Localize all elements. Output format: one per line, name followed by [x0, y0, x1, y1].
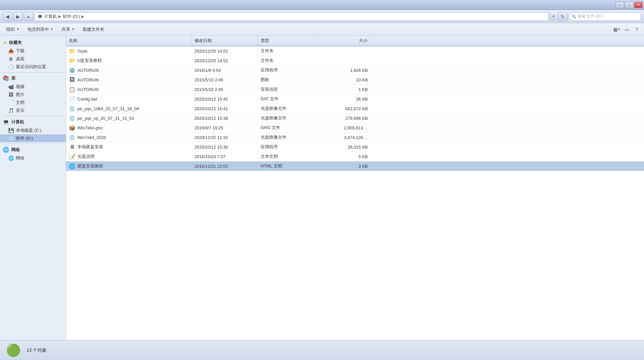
c-drive-label: 本地磁盘 (C:) [16, 127, 41, 133]
titlebar: ─ □ ✕ [0, 0, 644, 10]
path-dropdown-button[interactable]: ▼ [550, 12, 557, 21]
file-size-cell: 10 KB [318, 76, 370, 84]
c-drive-icon: 💾 [8, 127, 14, 133]
sidebar-item-picture[interactable]: 🖼 图片 [0, 91, 66, 99]
file-name-cell: 💿 pe_yqs_xp_20_07_31_15_53 [66, 113, 192, 123]
table-row[interactable]: 📁 U盘安装教程 2020/12/25 14:52 文件夹 [66, 56, 644, 66]
new-folder-button[interactable]: 新建文件夹 [79, 24, 108, 34]
path-drive[interactable]: 软件 (D:) [63, 14, 80, 20]
network-item-icon: 🌐 [8, 155, 14, 161]
help-button[interactable]: ? [632, 25, 641, 34]
filelist-header: 名称 修改日期 类型 大小 [66, 36, 644, 46]
refresh-button[interactable]: ↻ [558, 12, 567, 21]
file-name-cell: 💿 pe_yqs_1064_20_07_31_16_04 [66, 104, 192, 113]
file-size-cell: 28,315 KB [318, 143, 370, 151]
close-button[interactable]: ✕ [634, 2, 643, 8]
table-row[interactable]: 💿 pe_yqs_1064_20_07_31_16_04 2020/10/12 … [66, 104, 644, 113]
file-icon: 📋 [69, 86, 75, 93]
file-type-cell: 光盘映像文件 [258, 104, 318, 113]
forward-button[interactable]: ▶ [13, 12, 22, 21]
preview-pane-button[interactable]: ▭ [622, 25, 631, 34]
sidebar-section-favorites: ★ 收藏夹 📥 下载 🖥 桌面 🕒 最近访问的位置 [0, 38, 66, 71]
sidebar-section-library: 📚 库 📹 视频 🖼 图片 📄 文档 🎵 音乐 [0, 74, 66, 114]
file-name: pe_yqs_1064_20_07_31_16_04 [77, 106, 139, 111]
computer-icon: 💻 [3, 119, 9, 125]
file-icon: 📄 [69, 96, 75, 102]
file-name: pe_yqs_xp_20_07_31_15_53 [77, 116, 134, 121]
star-icon: ★ [3, 40, 7, 45]
sidebar-item-d-drive[interactable]: 💿 软件 (D:) [0, 134, 66, 142]
col-header-date[interactable]: 修改日期 [192, 36, 258, 46]
share-arrow: ▼ [71, 27, 75, 31]
file-name: AUTORUN [77, 68, 99, 73]
sidebar-library-header[interactable]: 📚 库 [0, 74, 66, 83]
preview-icon: ▭ [625, 27, 629, 32]
include-library-button[interactable]: 包含到库中 ▼ [24, 24, 57, 34]
col-header-size[interactable]: 大小 [318, 36, 370, 46]
file-size-cell: 652,072 KB [318, 105, 370, 112]
table-row[interactable]: 🖥 本地硬盘安装 2020/10/12 15:30 应用程序 28,315 KB [66, 142, 644, 152]
sidebar-network-header[interactable]: 🌐 网络 [0, 145, 66, 154]
minimize-button[interactable]: ─ [616, 2, 624, 8]
col-header-name[interactable]: 名称 [66, 36, 192, 46]
file-icon: ⚙️ [69, 67, 75, 73]
table-row[interactable]: 📄 Config.dat 2020/10/12 15:42 DAT 文件 36 … [66, 94, 644, 104]
file-name-cell: 📁 Tools [66, 46, 192, 56]
sidebar-computer-header[interactable]: 💻 计算机 [0, 117, 66, 126]
file-date-cell: 2020/10/12 15:30 [192, 143, 258, 151]
table-row[interactable]: 📦 Win7x64.gho 2019/9/7 19:25 GHO 文件 2,90… [66, 123, 644, 133]
sidebar-divider-3 [3, 144, 63, 144]
sidebar-item-recent[interactable]: 🕒 最近访问的位置 [0, 63, 66, 71]
maximize-button[interactable]: □ [625, 2, 633, 8]
file-type-cell: 文本文档 [258, 152, 318, 161]
file-type-cell: DAT 文件 [258, 95, 318, 103]
table-row[interactable]: 💿 pe_yqs_xp_20_07_31_15_53 2020/10/12 15… [66, 113, 644, 123]
file-name-cell: 🖥 本地硬盘安装 [66, 142, 192, 152]
sidebar-item-video[interactable]: 📹 视频 [0, 83, 66, 91]
table-row[interactable]: 📋 AUTORUN 2015/5/10 2:45 安装信息 1 KB [66, 85, 644, 94]
table-row[interactable]: 🖼 AUTORUN 2015/5/10 2:45 图标 10 KB [66, 75, 644, 85]
network-label: 网络 [11, 147, 20, 153]
file-name-cell: 💿 Win7x64_2020 [66, 133, 192, 142]
view-arrow: ▼ [618, 27, 621, 31]
sidebar-favorites-header[interactable]: ★ 收藏夹 [0, 38, 66, 47]
file-name-cell: 📁 U盘安装教程 [66, 56, 192, 65]
search-icon: 🔍 [572, 14, 577, 19]
sidebar-item-network[interactable]: 🌐 网络 [0, 154, 66, 162]
sidebar-item-desktop[interactable]: 🖥 桌面 [0, 55, 66, 63]
path-computer[interactable]: 计算机 [44, 14, 57, 20]
table-row[interactable]: ⚙️ AUTORUN 2016/1/8 4:54 应用程序 1,926 KB [66, 66, 644, 75]
table-row[interactable]: 📝 光盘说明 2016/10/23 7:07 文本文档 5 KB [66, 152, 644, 161]
address-path[interactable]: 💻 计算机 ▶ 软件 (D:) ▶ [34, 12, 549, 21]
organize-button[interactable]: 组织 ▼ [3, 24, 23, 34]
sidebar-divider-2 [3, 116, 63, 116]
col-header-type[interactable]: 类型 [258, 36, 318, 46]
table-row[interactable]: 💿 Win7x64_2020 2020/12/25 11:32 光盘映像文件 3… [66, 133, 644, 142]
sidebar-divider-1 [3, 72, 63, 72]
file-name-cell: 📝 光盘说明 [66, 152, 192, 161]
sidebar: ★ 收藏夹 📥 下载 🖥 桌面 🕒 最近访问的位置 📚 库 [0, 36, 66, 340]
titlebar-controls: ─ □ ✕ [616, 2, 643, 8]
sidebar-item-document[interactable]: 📄 文档 [0, 99, 66, 107]
sidebar-item-c-drive[interactable]: 💾 本地磁盘 (C:) [0, 126, 66, 134]
table-row[interactable]: 🌐 硬盘安装教程 2016/11/21 22:03 HTML 文档 3 KB [66, 161, 644, 171]
view-mode-button[interactable]: ▦ ▼ [612, 25, 622, 34]
share-button[interactable]: 共享 ▼ [58, 24, 78, 34]
d-drive-icon: 💿 [8, 135, 14, 141]
recent-icon: 🕒 [8, 64, 14, 70]
file-date-cell: 2020/10/12 15:42 [192, 95, 258, 103]
picture-icon: 🖼 [8, 92, 14, 98]
file-name-cell: 📦 Win7x64.gho [66, 123, 192, 132]
table-row[interactable]: 📁 Tools 2020/12/25 14:52 文件夹 [66, 46, 644, 56]
file-type-cell: 应用程序 [258, 143, 318, 151]
search-box[interactable]: 🔍 搜索 软件 (D:) [569, 12, 641, 21]
file-date-cell: 2020/12/25 14:52 [192, 57, 258, 65]
back-button[interactable]: ◀ [3, 12, 12, 21]
sidebar-item-music[interactable]: 🎵 音乐 [0, 107, 66, 114]
status-count: 13 个对象 [26, 347, 47, 353]
statusbar: 🟢 13 个对象 [0, 340, 644, 360]
sidebar-item-download[interactable]: 📥 下载 [0, 47, 66, 55]
up-button[interactable]: ▲ [24, 12, 33, 21]
download-icon: 📥 [8, 48, 14, 54]
file-name: Win7x64_2020 [77, 135, 106, 140]
